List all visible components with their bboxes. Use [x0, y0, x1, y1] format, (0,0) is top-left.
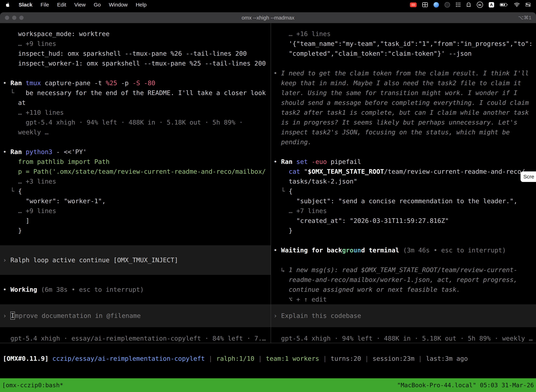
screenshot-notification[interactable]: Scre [521, 171, 536, 182]
input-source-badge[interactable]: A [489, 0, 494, 9]
queued-message-band: › Ralph loop active continue [OMX_TMUX_I… [0, 245, 271, 275]
composer-input[interactable]: › Explain this codebase [271, 304, 536, 327]
terminal-line [271, 147, 536, 157]
terminal-line: … +16 lines [271, 29, 536, 39]
terminal-line: › Improve documentation in @filename [0, 311, 141, 321]
terminal-window: omx --xhigh --madmax ⌥⌘1 workspace_mode:… [0, 12, 536, 392]
terminal-line: gpt-5.4 xhigh · 94% left · 488K in · 5.1… [271, 334, 536, 343]
terminal-line [0, 137, 271, 147]
battery-percent-ring[interactable]: 61 [477, 2, 483, 8]
terminal-line: continue assigned work or next feasible … [271, 285, 536, 294]
terminal-line [0, 275, 271, 285]
terminal-line [271, 58, 536, 68]
menu-help[interactable]: Help [136, 2, 147, 8]
terminal-line: "created_at": "2026-03-31T11:59:27.816Z" [271, 216, 536, 226]
terminal-line [0, 236, 271, 245]
window-shortcut-hint: ⌥⌘1 [518, 15, 531, 21]
wifi-icon[interactable] [514, 0, 520, 9]
window-title: omx --xhigh --madmax [0, 15, 536, 21]
terminal-line: task2 after task1 is complete, but can I… [271, 108, 536, 117]
terminal-line: • I need to get the claim token from the… [271, 68, 536, 78]
tmux-status-bar: [omx-cczip0:bash* "MacBook-Pro-44.local"… [0, 378, 536, 392]
terminal-line: … +9 lines [0, 206, 271, 216]
control-center-icon[interactable] [526, 0, 531, 9]
terminal-line [0, 68, 271, 78]
apple-menu-icon[interactable] [5, 2, 10, 8]
menu-view[interactable]: View [74, 2, 86, 8]
screen: Slack FileEditViewGoWindowHelp 61 A [0, 0, 536, 392]
menu-items: FileEditViewGoWindowHelp [40, 2, 147, 8]
terminal-line: • Working (6m 38s • esc to interrupt) [0, 285, 271, 294]
screen-record-icon[interactable] [410, 0, 416, 9]
terminal-line [271, 236, 536, 245]
terminal-line: should send a message before completing … [271, 98, 536, 108]
window-titlebar[interactable]: omx --xhigh --madmax ⌥⌘1 [0, 12, 536, 23]
terminal-line: readme-and-reco/mailbox/worker-1.json, a… [271, 275, 536, 285]
terminal-line: "worker": "worker-1", [0, 196, 271, 206]
ghost-icon[interactable] [466, 0, 471, 9]
zoom-window-button[interactable] [19, 16, 24, 20]
pane-right[interactable]: … +16 lines '{"team_name":"my-team","tas… [271, 23, 536, 343]
menu-bar-status: 61 A [410, 0, 531, 9]
terminal-line: weekly … [0, 127, 271, 137]
dots-grid-icon[interactable] [456, 0, 460, 9]
terminal-line: inspect_hud: omx sparkshell --tmux-pane … [0, 49, 271, 58]
terminal-line: [OMX#0.11.9] cczip/essay/ai-reimplementa… [0, 354, 536, 364]
terminal-line: • Ran tmux capture-pane -t %25 -p -S -80 [0, 78, 271, 88]
menu-go[interactable]: Go [94, 2, 101, 8]
blue-app-icon[interactable] [433, 0, 439, 9]
menu-bar: Slack FileEditViewGoWindowHelp 61 A [0, 0, 536, 9]
menu-bar-left: Slack FileEditViewGoWindowHelp [5, 2, 147, 8]
screenshot-notification-label: Scre [523, 174, 534, 180]
app-menu-name[interactable]: Slack [19, 2, 32, 8]
close-window-button[interactable] [5, 16, 9, 20]
traffic-lights [5, 16, 24, 20]
pane-footer: gpt-5.4 xhigh · 94% left · 488K in · 5.1… [271, 334, 536, 343]
terminal-line: '{"team_name":"my-team","task_id":"1","f… [271, 39, 536, 49]
terminal-line: … +7 lines [271, 206, 536, 216]
composer-input[interactable]: › Improve documentation in @filename [0, 304, 271, 327]
terminal-line: ] [0, 216, 271, 226]
terminal-line: at [0, 98, 271, 108]
battery-icon[interactable] [500, 0, 508, 9]
terminal-line: later. Using the same for transition mig… [271, 88, 536, 98]
terminal-line: • Ran python3 - <<'PY' [0, 147, 271, 157]
pane-footer: gpt-5.4 xhigh · essay/ai-reimplementatio… [0, 334, 271, 343]
terminal-line: cat "$OMX_TEAM_STATE_ROOT/team/review-cu… [271, 167, 536, 177]
terminal-line: › Explain this codebase [271, 311, 361, 321]
terminal-line: gpt-5.4 xhigh · 94% left · 488K in · 5.1… [0, 117, 271, 127]
terminal-line: • Ran set -euo pipefail [271, 157, 536, 167]
terminal-line: } [271, 226, 536, 236]
window-grid-icon[interactable] [422, 0, 428, 9]
pane-left[interactable]: workspace_mode: worktree … +9 lines insp… [0, 23, 271, 343]
terminal-line: pending. [271, 137, 536, 147]
omx-status-line: [OMX#0.11.9] cczip/essay/ai-reimplementa… [0, 354, 536, 364]
terminal-line: inspect task2's JSON, focusing on the st… [271, 127, 536, 137]
terminal-line [271, 255, 536, 265]
tmux-session-label[interactable]: [omx-cczip0:bash* [2, 382, 63, 389]
terminal-line: gpt-5.4 xhigh · essay/ai-reimplementatio… [0, 334, 271, 343]
terminal-line: … +9 lines [0, 39, 271, 49]
terminal-line: tasks/task-2.json" [271, 177, 536, 186]
menu-edit[interactable]: Edit [57, 2, 66, 8]
terminal-line: … +3 lines [0, 177, 271, 186]
menu-file[interactable]: File [40, 2, 49, 8]
terminal-line: p = Path('.omx/state/team/review-current… [0, 167, 271, 177]
minimize-window-button[interactable] [12, 16, 16, 20]
terminal-line: └ { [271, 186, 536, 196]
terminal-line: … +110 lines [0, 108, 271, 117]
tmux-host-clock-label: "MacBook-Pro-44.local" 05:03 31-Mar-26 [397, 382, 534, 389]
terminal-line: is in progress? It seems likely but perh… [271, 117, 536, 127]
terminal-content[interactable]: workspace_mode: worktree … +9 lines insp… [0, 23, 536, 378]
battery-percent-label: 61 [479, 3, 482, 6]
dark-app-icon[interactable] [445, 0, 450, 9]
terminal-line: › Ralph loop active continue [OMX_TMUX_I… [0, 255, 178, 265]
terminal-line: └ { [0, 186, 271, 196]
terminal-line: ⌥ + ↑ edit [271, 294, 536, 304]
terminal-line: from pathlib import Path [0, 157, 271, 167]
terminal-line: workspace_mode: worktree [0, 29, 271, 39]
terminal-line: } [0, 226, 271, 236]
menu-window[interactable]: Window [109, 2, 128, 8]
status-separator [0, 343, 536, 343]
terminal-line: ↳ 1 new msg(s): read $OMX_TEAM_STATE_ROO… [271, 265, 536, 275]
